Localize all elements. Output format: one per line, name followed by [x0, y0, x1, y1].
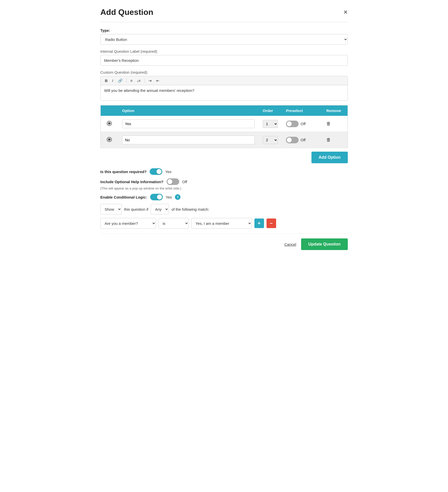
close-button[interactable]: ✕ — [343, 10, 348, 15]
conditional-logic-label: Enable Conditional Logic: — [100, 195, 147, 199]
radio-icon — [107, 137, 112, 142]
internal-label-group: Internal Question Label (required): — [100, 49, 348, 66]
modal-header: Add Question ✕ — [100, 8, 348, 22]
conditional-row-1: Show Hide this question if Any All of th… — [100, 204, 348, 214]
custom-question-group: Custom Question (required): B I 🔗 ≡ ₁≡ ⇥… — [100, 70, 348, 101]
ordered-list-button[interactable]: ₁≡ — [136, 78, 142, 83]
radio-cell — [100, 116, 118, 132]
required-field-row: Is this question required? Yes — [100, 168, 348, 175]
remove-condition-button[interactable]: − — [267, 218, 276, 228]
custom-question-label: Custom Question (required): — [100, 70, 348, 74]
update-question-button[interactable]: Update Question — [301, 238, 348, 250]
is-isnot-select[interactable]: is is not — [159, 218, 189, 229]
radio-icon — [107, 121, 112, 126]
remove-cell: 🗑 — [322, 132, 348, 148]
remove-cell: 🗑 — [322, 116, 348, 132]
optional-help-toggle-label: Off — [182, 180, 187, 184]
order-cell: 1 2 3 — [259, 132, 282, 148]
bold-button[interactable]: B — [104, 78, 109, 83]
rich-text-editor: B I 🔗 ≡ ₁≡ ⇥ ⇤ Will you be attending the… — [100, 76, 348, 101]
indent-left-button[interactable]: ⇤ — [155, 78, 161, 83]
italic-button[interactable]: I — [111, 78, 114, 83]
delete-row-button-1[interactable]: 🗑 — [326, 137, 331, 143]
required-field-label: Is this question required? — [100, 170, 147, 174]
col-header-radio — [100, 105, 118, 116]
add-option-button[interactable]: Add Option — [311, 152, 348, 163]
any-all-select[interactable]: Any All — [151, 204, 169, 214]
internal-label-label: Internal Question Label (required): — [100, 49, 348, 53]
toolbar-divider-2 — [144, 78, 145, 83]
add-condition-button[interactable]: + — [254, 218, 264, 228]
order-cell: 1 2 3 — [259, 116, 282, 132]
preselect-toggle-slider-0 — [286, 121, 299, 127]
link-button[interactable]: 🔗 — [117, 78, 124, 83]
order-select-0[interactable]: 1 2 3 — [263, 120, 278, 128]
conditional-row-2: Are you a member? Other question is is n… — [100, 218, 348, 229]
unordered-list-button[interactable]: ≡ — [129, 78, 134, 83]
preselect-toggle-1[interactable] — [286, 137, 299, 143]
optional-help-toggle[interactable] — [167, 178, 179, 185]
option-cell — [118, 132, 259, 148]
required-toggle[interactable] — [150, 168, 162, 175]
optional-help-note: (This will appear as a pop-up window on … — [100, 186, 348, 190]
conditional-logic-toggle-slider — [150, 194, 163, 200]
show-hide-select[interactable]: Show Hide — [100, 204, 122, 214]
required-toggle-label: Yes — [165, 170, 171, 174]
order-select-1[interactable]: 1 2 3 — [263, 136, 278, 144]
option-input-0[interactable] — [122, 119, 255, 128]
preselect-cell: Off — [282, 132, 322, 148]
add-question-modal: Add Question ✕ Type: Radio Button Checkb… — [90, 0, 358, 258]
footer-actions: Cancel Update Question — [100, 234, 348, 250]
optional-help-label: Include Optional Help Information? — [100, 180, 164, 184]
optional-help-field-row: Include Optional Help Information? Off — [100, 178, 348, 185]
add-option-row: Add Option — [100, 152, 348, 163]
preselect-toggle-slider-1 — [286, 137, 299, 143]
conditional-logic-toggle-label: Yes — [166, 195, 172, 199]
col-header-remove: Remove — [322, 105, 348, 116]
options-table: Option Order Preselect Remove 1 2 3 — [100, 105, 348, 148]
answer-select[interactable]: Yes, I am a member No, I am not a member — [191, 218, 252, 229]
this-question-if-text: this question if — [124, 207, 148, 211]
cancel-button[interactable]: Cancel — [284, 242, 296, 247]
option-input-1[interactable] — [122, 135, 255, 144]
conditional-logic-field-row: Enable Conditional Logic: Yes ? — [100, 194, 348, 200]
type-field-group: Type: Radio Button Checkbox Text Field D… — [100, 28, 348, 45]
preselect-cell: Off — [282, 116, 322, 132]
preselect-toggle-0[interactable] — [286, 121, 299, 127]
rich-text-toolbar: B I 🔗 ≡ ₁≡ ⇥ ⇤ — [101, 76, 348, 85]
table-header-row: Option Order Preselect Remove — [100, 105, 348, 116]
conditional-logic-toggle[interactable] — [150, 194, 163, 200]
table-row: 1 2 3 Off 🗑 — [100, 116, 348, 132]
col-header-preselect: Preselect — [282, 105, 322, 116]
delete-row-button-0[interactable]: 🗑 — [326, 121, 331, 126]
indent-right-button[interactable]: ⇥ — [147, 78, 153, 83]
preselect-label-1: Off — [301, 138, 306, 142]
col-header-option: Option — [118, 105, 259, 116]
type-select[interactable]: Radio Button Checkbox Text Field Dropdow… — [100, 34, 348, 45]
option-cell — [118, 116, 259, 132]
internal-label-input[interactable] — [100, 55, 348, 66]
preselect-toggle-container: Off — [286, 137, 318, 143]
preselect-label-0: Off — [301, 122, 306, 126]
help-icon[interactable]: ? — [175, 194, 180, 200]
table-row: 1 2 3 Off 🗑 — [100, 132, 348, 148]
radio-cell — [100, 132, 118, 148]
toolbar-divider-1 — [126, 78, 127, 83]
required-toggle-slider — [150, 168, 162, 175]
modal-title: Add Question — [100, 8, 153, 17]
following-match-text: of the following match: — [171, 207, 209, 211]
type-label: Type: — [100, 28, 348, 33]
optional-help-toggle-slider — [167, 178, 179, 185]
col-header-order: Order — [259, 105, 282, 116]
question-condition-select[interactable]: Are you a member? Other question — [100, 218, 156, 229]
preselect-toggle-container: Off — [286, 121, 318, 127]
rich-text-content[interactable]: Will you be attending the annual members… — [101, 85, 348, 100]
